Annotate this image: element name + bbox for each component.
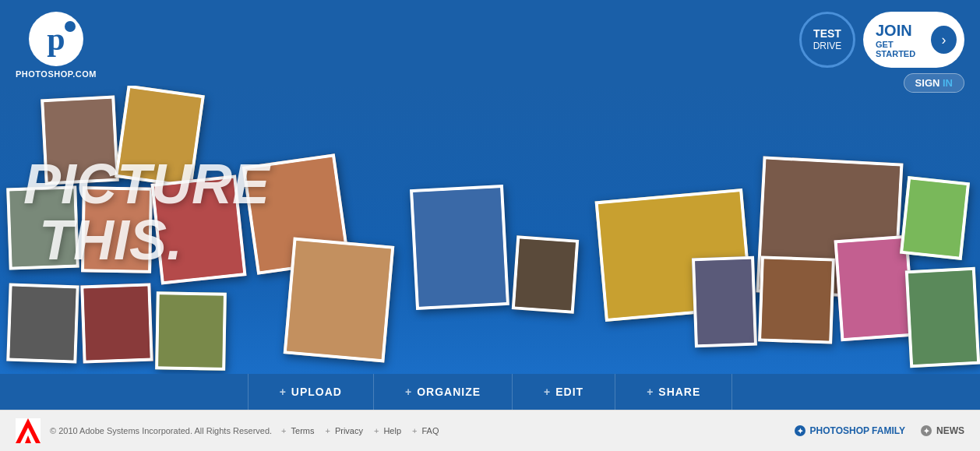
header: p PHOTOSHOP.COM TEST DRIVE JOIN GET STAR… bbox=[0, 0, 980, 86]
footer-left: © 2010 Adobe Systems Incorporated. All R… bbox=[16, 418, 439, 443]
hero-title-line2: THIS. bbox=[39, 212, 270, 268]
logo-area: p PHOTOSHOP.COM bbox=[16, 12, 97, 79]
photo-6 bbox=[6, 283, 79, 363]
nav-item-edit[interactable]: +EDIT bbox=[513, 374, 615, 410]
nav-item-upload[interactable]: +UPLOAD bbox=[248, 374, 374, 410]
photo-10 bbox=[284, 238, 395, 363]
hero-section: PICTURE THIS. bbox=[0, 86, 980, 374]
navigation-bar: +UPLOAD+ORGANIZE+EDIT+SHARE bbox=[0, 374, 980, 410]
logo-icon[interactable]: p bbox=[29, 12, 83, 66]
photo-16 bbox=[758, 255, 835, 344]
photoshop-family-label: PHOTOSHOP FAMILY bbox=[810, 425, 905, 436]
test-drive-line2: DRIVE bbox=[813, 41, 842, 51]
photo-19 bbox=[905, 267, 980, 368]
photo-18 bbox=[900, 176, 970, 260]
photo-15 bbox=[692, 256, 757, 348]
footer-link-help[interactable]: Help bbox=[374, 426, 401, 435]
news-icon: ✦ bbox=[921, 425, 932, 436]
header-buttons: TEST DRIVE JOIN GET STARTED › bbox=[799, 12, 964, 68]
sign-in-text: SIGN IN bbox=[915, 77, 953, 89]
footer-link-faq[interactable]: FAQ bbox=[412, 426, 439, 435]
adobe-logo-icon bbox=[16, 418, 41, 443]
footer-links: Terms Privacy Help FAQ bbox=[281, 426, 439, 435]
photo-8 bbox=[155, 291, 227, 371]
nav-item-share[interactable]: +SHARE bbox=[615, 374, 732, 410]
join-button[interactable]: JOIN GET STARTED › bbox=[863, 12, 964, 68]
nav-plus-icon: + bbox=[544, 386, 551, 398]
photoshop-family-link[interactable]: ✦ PHOTOSHOP FAMILY bbox=[795, 425, 905, 436]
sign-in-button[interactable]: SIGN IN bbox=[904, 73, 964, 93]
join-label: JOIN bbox=[876, 22, 931, 40]
photo-12 bbox=[512, 235, 579, 313]
test-drive-line1: TEST bbox=[813, 27, 841, 41]
photo-7 bbox=[80, 283, 153, 363]
adobe-logo[interactable] bbox=[16, 418, 41, 443]
footer: © 2010 Adobe Systems Incorporated. All R… bbox=[0, 410, 980, 451]
nav-plus-icon: + bbox=[280, 386, 287, 398]
nav-item-organize[interactable]: +ORGANIZE bbox=[374, 374, 513, 410]
news-label: NEWS bbox=[936, 425, 964, 436]
footer-right: ✦ PHOTOSHOP FAMILY ✦ NEWS bbox=[795, 425, 964, 436]
footer-copyright: © 2010 Adobe Systems Incorporated. All R… bbox=[50, 426, 272, 435]
logo-dot bbox=[65, 21, 76, 32]
test-drive-button[interactable]: TEST DRIVE bbox=[799, 12, 855, 68]
ps-icon: ✦ bbox=[795, 425, 806, 436]
nav-plus-icon: + bbox=[647, 386, 654, 398]
join-arrow-icon: › bbox=[931, 26, 957, 54]
news-link[interactable]: ✦ NEWS bbox=[921, 425, 964, 436]
footer-link-terms[interactable]: Terms bbox=[281, 426, 314, 435]
logo-text: PHOTOSHOP.COM bbox=[16, 69, 97, 79]
footer-link-privacy[interactable]: Privacy bbox=[325, 426, 363, 435]
hero-title: PICTURE THIS. bbox=[23, 156, 270, 268]
get-started-label: GET STARTED bbox=[876, 40, 931, 58]
photo-11 bbox=[410, 185, 509, 310]
hero-title-line1: PICTURE bbox=[23, 156, 270, 212]
nav-plus-icon: + bbox=[405, 386, 412, 398]
logo-p-letter: p bbox=[47, 23, 65, 55]
